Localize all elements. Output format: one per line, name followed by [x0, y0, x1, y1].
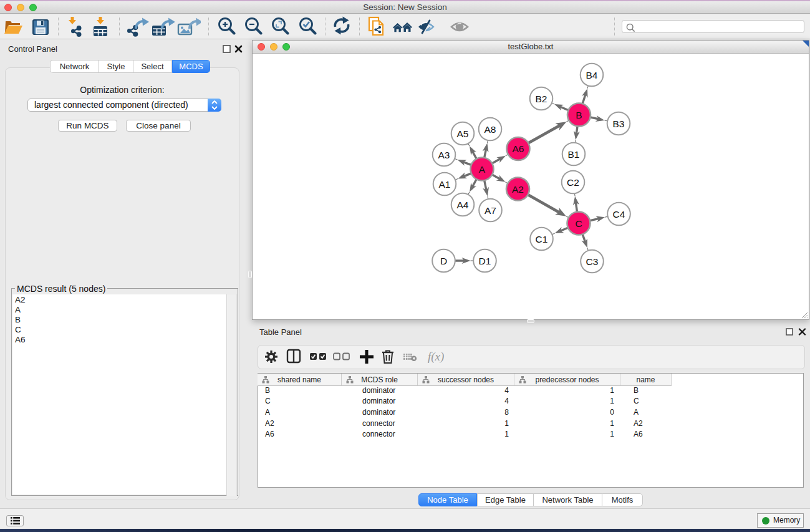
svg-text:B2: B2	[536, 94, 547, 104]
svg-text:A3: A3	[438, 150, 450, 160]
svg-text:A5: A5	[457, 128, 469, 139]
svg-text:f(x): f(x)	[428, 350, 444, 364]
svg-text:B: B	[576, 110, 582, 120]
svg-text:B1: B1	[568, 149, 580, 160]
svg-text:A8: A8	[485, 124, 496, 135]
svg-text:D1: D1	[479, 256, 491, 266]
svg-text:A4: A4	[457, 200, 469, 210]
svg-text:B3: B3	[613, 118, 625, 129]
svg-text:A2: A2	[512, 184, 524, 195]
svg-text:A6: A6	[513, 143, 524, 154]
svg-text:A1: A1	[439, 179, 451, 190]
svg-text:A7: A7	[485, 205, 496, 216]
svg-text:C2: C2	[567, 177, 579, 188]
svg-text:C: C	[575, 218, 582, 229]
svg-text:B4: B4	[586, 70, 598, 80]
svg-text:A: A	[479, 164, 486, 175]
svg-text:C1: C1	[536, 234, 548, 244]
svg-text:D: D	[440, 256, 447, 266]
svg-text:C4: C4	[613, 209, 625, 220]
svg-text:C3: C3	[586, 256, 599, 267]
